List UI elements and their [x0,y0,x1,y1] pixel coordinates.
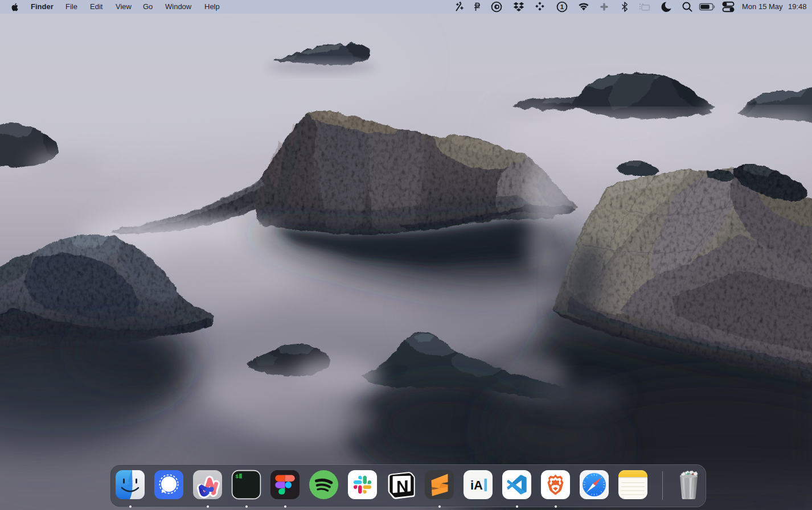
svg-text:1: 1 [560,3,564,10]
svg-text:iA: iA [470,478,483,492]
svg-text:$: $ [236,474,239,480]
